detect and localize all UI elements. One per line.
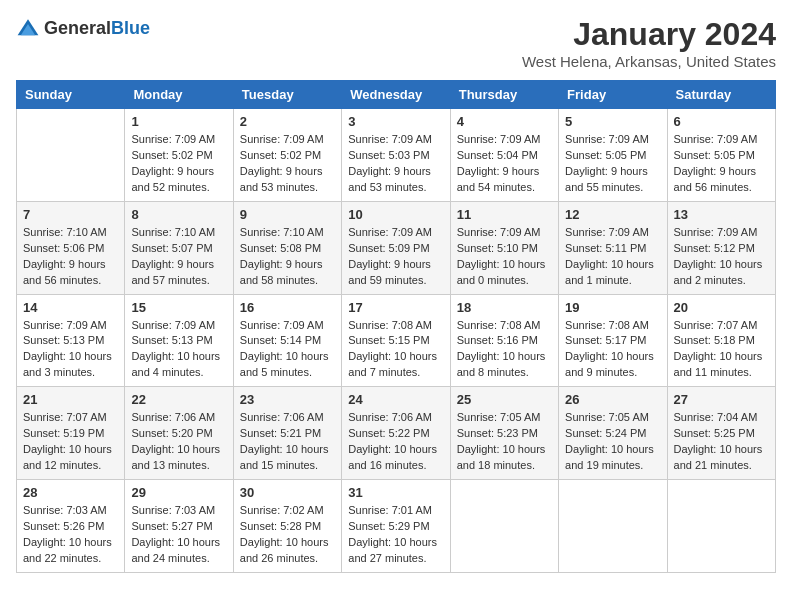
page-header: GeneralBlue January 2024 West Helena, Ar… — [16, 16, 776, 70]
calendar-cell: 12Sunrise: 7:09 AM Sunset: 5:11 PM Dayli… — [559, 201, 667, 294]
calendar-cell: 2Sunrise: 7:09 AM Sunset: 5:02 PM Daylig… — [233, 109, 341, 202]
day-number: 22 — [131, 392, 226, 407]
col-header-thursday: Thursday — [450, 81, 558, 109]
col-header-saturday: Saturday — [667, 81, 775, 109]
calendar-cell: 13Sunrise: 7:09 AM Sunset: 5:12 PM Dayli… — [667, 201, 775, 294]
calendar-cell: 17Sunrise: 7:08 AM Sunset: 5:15 PM Dayli… — [342, 294, 450, 387]
day-number: 13 — [674, 207, 769, 222]
calendar-cell — [450, 480, 558, 573]
day-number: 18 — [457, 300, 552, 315]
calendar-cell: 25Sunrise: 7:05 AM Sunset: 5:23 PM Dayli… — [450, 387, 558, 480]
calendar-cell — [17, 109, 125, 202]
calendar-cell: 26Sunrise: 7:05 AM Sunset: 5:24 PM Dayli… — [559, 387, 667, 480]
day-number: 23 — [240, 392, 335, 407]
day-info: Sunrise: 7:06 AM Sunset: 5:20 PM Dayligh… — [131, 410, 226, 474]
day-info: Sunrise: 7:09 AM Sunset: 5:13 PM Dayligh… — [23, 318, 118, 382]
day-number: 14 — [23, 300, 118, 315]
day-number: 4 — [457, 114, 552, 129]
calendar-week-row: 21Sunrise: 7:07 AM Sunset: 5:19 PM Dayli… — [17, 387, 776, 480]
calendar-week-row: 28Sunrise: 7:03 AM Sunset: 5:26 PM Dayli… — [17, 480, 776, 573]
title-area: January 2024 West Helena, Arkansas, Unit… — [522, 16, 776, 70]
col-header-sunday: Sunday — [17, 81, 125, 109]
day-number: 26 — [565, 392, 660, 407]
calendar-cell: 30Sunrise: 7:02 AM Sunset: 5:28 PM Dayli… — [233, 480, 341, 573]
day-info: Sunrise: 7:04 AM Sunset: 5:25 PM Dayligh… — [674, 410, 769, 474]
calendar-cell: 21Sunrise: 7:07 AM Sunset: 5:19 PM Dayli… — [17, 387, 125, 480]
day-number: 1 — [131, 114, 226, 129]
day-info: Sunrise: 7:05 AM Sunset: 5:23 PM Dayligh… — [457, 410, 552, 474]
day-info: Sunrise: 7:09 AM Sunset: 5:05 PM Dayligh… — [565, 132, 660, 196]
calendar-cell: 1Sunrise: 7:09 AM Sunset: 5:02 PM Daylig… — [125, 109, 233, 202]
day-number: 17 — [348, 300, 443, 315]
calendar-cell: 24Sunrise: 7:06 AM Sunset: 5:22 PM Dayli… — [342, 387, 450, 480]
col-header-monday: Monday — [125, 81, 233, 109]
day-number: 16 — [240, 300, 335, 315]
day-number: 5 — [565, 114, 660, 129]
day-info: Sunrise: 7:09 AM Sunset: 5:04 PM Dayligh… — [457, 132, 552, 196]
day-number: 24 — [348, 392, 443, 407]
calendar-cell: 19Sunrise: 7:08 AM Sunset: 5:17 PM Dayli… — [559, 294, 667, 387]
logo-text-blue: Blue — [111, 18, 150, 38]
day-info: Sunrise: 7:07 AM Sunset: 5:19 PM Dayligh… — [23, 410, 118, 474]
day-info: Sunrise: 7:09 AM Sunset: 5:09 PM Dayligh… — [348, 225, 443, 289]
calendar-cell: 3Sunrise: 7:09 AM Sunset: 5:03 PM Daylig… — [342, 109, 450, 202]
day-info: Sunrise: 7:09 AM Sunset: 5:05 PM Dayligh… — [674, 132, 769, 196]
calendar-cell: 11Sunrise: 7:09 AM Sunset: 5:10 PM Dayli… — [450, 201, 558, 294]
day-info: Sunrise: 7:03 AM Sunset: 5:26 PM Dayligh… — [23, 503, 118, 567]
calendar-table: SundayMondayTuesdayWednesdayThursdayFrid… — [16, 80, 776, 573]
calendar-cell: 8Sunrise: 7:10 AM Sunset: 5:07 PM Daylig… — [125, 201, 233, 294]
day-info: Sunrise: 7:01 AM Sunset: 5:29 PM Dayligh… — [348, 503, 443, 567]
day-info: Sunrise: 7:02 AM Sunset: 5:28 PM Dayligh… — [240, 503, 335, 567]
calendar-cell: 14Sunrise: 7:09 AM Sunset: 5:13 PM Dayli… — [17, 294, 125, 387]
calendar-week-row: 1Sunrise: 7:09 AM Sunset: 5:02 PM Daylig… — [17, 109, 776, 202]
day-info: Sunrise: 7:10 AM Sunset: 5:08 PM Dayligh… — [240, 225, 335, 289]
day-number: 12 — [565, 207, 660, 222]
calendar-week-row: 14Sunrise: 7:09 AM Sunset: 5:13 PM Dayli… — [17, 294, 776, 387]
day-info: Sunrise: 7:08 AM Sunset: 5:15 PM Dayligh… — [348, 318, 443, 382]
day-number: 9 — [240, 207, 335, 222]
calendar-cell: 15Sunrise: 7:09 AM Sunset: 5:13 PM Dayli… — [125, 294, 233, 387]
location-subtitle: West Helena, Arkansas, United States — [522, 53, 776, 70]
day-number: 20 — [674, 300, 769, 315]
calendar-cell: 4Sunrise: 7:09 AM Sunset: 5:04 PM Daylig… — [450, 109, 558, 202]
calendar-cell: 27Sunrise: 7:04 AM Sunset: 5:25 PM Dayli… — [667, 387, 775, 480]
day-info: Sunrise: 7:09 AM Sunset: 5:10 PM Dayligh… — [457, 225, 552, 289]
day-info: Sunrise: 7:09 AM Sunset: 5:11 PM Dayligh… — [565, 225, 660, 289]
day-info: Sunrise: 7:08 AM Sunset: 5:16 PM Dayligh… — [457, 318, 552, 382]
day-number: 29 — [131, 485, 226, 500]
calendar-header-row: SundayMondayTuesdayWednesdayThursdayFrid… — [17, 81, 776, 109]
calendar-cell — [667, 480, 775, 573]
day-info: Sunrise: 7:07 AM Sunset: 5:18 PM Dayligh… — [674, 318, 769, 382]
logo: GeneralBlue — [16, 16, 150, 40]
day-number: 21 — [23, 392, 118, 407]
calendar-cell: 22Sunrise: 7:06 AM Sunset: 5:20 PM Dayli… — [125, 387, 233, 480]
day-number: 11 — [457, 207, 552, 222]
day-number: 31 — [348, 485, 443, 500]
day-info: Sunrise: 7:10 AM Sunset: 5:06 PM Dayligh… — [23, 225, 118, 289]
day-info: Sunrise: 7:08 AM Sunset: 5:17 PM Dayligh… — [565, 318, 660, 382]
day-number: 10 — [348, 207, 443, 222]
day-info: Sunrise: 7:10 AM Sunset: 5:07 PM Dayligh… — [131, 225, 226, 289]
calendar-cell: 7Sunrise: 7:10 AM Sunset: 5:06 PM Daylig… — [17, 201, 125, 294]
day-info: Sunrise: 7:03 AM Sunset: 5:27 PM Dayligh… — [131, 503, 226, 567]
logo-icon — [16, 16, 40, 40]
day-number: 19 — [565, 300, 660, 315]
calendar-cell: 23Sunrise: 7:06 AM Sunset: 5:21 PM Dayli… — [233, 387, 341, 480]
day-info: Sunrise: 7:09 AM Sunset: 5:02 PM Dayligh… — [131, 132, 226, 196]
day-info: Sunrise: 7:06 AM Sunset: 5:22 PM Dayligh… — [348, 410, 443, 474]
calendar-cell: 31Sunrise: 7:01 AM Sunset: 5:29 PM Dayli… — [342, 480, 450, 573]
day-info: Sunrise: 7:09 AM Sunset: 5:14 PM Dayligh… — [240, 318, 335, 382]
day-number: 8 — [131, 207, 226, 222]
day-info: Sunrise: 7:09 AM Sunset: 5:12 PM Dayligh… — [674, 225, 769, 289]
day-info: Sunrise: 7:06 AM Sunset: 5:21 PM Dayligh… — [240, 410, 335, 474]
day-info: Sunrise: 7:09 AM Sunset: 5:02 PM Dayligh… — [240, 132, 335, 196]
month-title: January 2024 — [522, 16, 776, 53]
day-number: 3 — [348, 114, 443, 129]
day-number: 30 — [240, 485, 335, 500]
day-number: 15 — [131, 300, 226, 315]
day-number: 25 — [457, 392, 552, 407]
day-info: Sunrise: 7:09 AM Sunset: 5:03 PM Dayligh… — [348, 132, 443, 196]
day-number: 28 — [23, 485, 118, 500]
col-header-tuesday: Tuesday — [233, 81, 341, 109]
calendar-cell: 28Sunrise: 7:03 AM Sunset: 5:26 PM Dayli… — [17, 480, 125, 573]
